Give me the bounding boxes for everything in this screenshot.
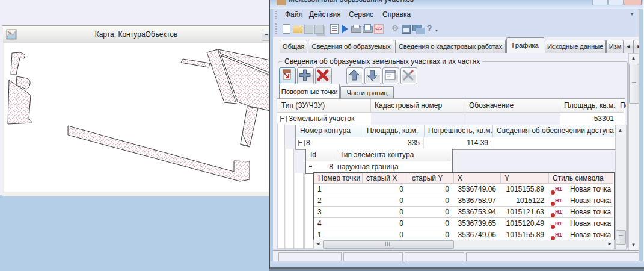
hscroll-right-arrow[interactable]: ► <box>606 240 614 248</box>
print-icon[interactable] <box>351 26 361 33</box>
points-hscrollbar[interactable]: ◄ ► <box>313 240 615 249</box>
contours-vscroll-thumb[interactable] <box>616 230 626 245</box>
points-cell-y: 1015155.89 <box>500 229 548 240</box>
contours-col-number[interactable]: Номер контура <box>296 125 363 137</box>
contours-col-tolerance[interactable]: Погрешность, кв.м. <box>424 125 493 137</box>
toolbar-grip[interactable] <box>275 23 277 34</box>
status-cell-2 <box>343 252 403 261</box>
contours-table: Номер контура Площадь, кв.м. Погрешность… <box>295 125 616 150</box>
data-exchange-icon[interactable] <box>412 25 422 31</box>
subtab-border-parts[interactable]: Части границ <box>340 86 394 98</box>
menu-grip[interactable] <box>275 11 277 19</box>
parcels-row-designation <box>465 113 560 125</box>
parcels-row-expander[interactable] <box>280 116 287 122</box>
menu-overflow-icon[interactable]: ▾ <box>631 11 637 17</box>
hscroll-left-arrow[interactable]: ◄ <box>314 240 322 248</box>
window-left-glass <box>270 9 273 261</box>
points-cell-n: 2 <box>314 195 361 206</box>
add-plus-icon <box>298 68 312 83</box>
page-vscroll-down-arrow[interactable]: ▼ <box>629 240 638 250</box>
point-style-icon: Н1 <box>551 199 562 206</box>
move-up-button[interactable] <box>346 67 363 84</box>
main-window[interactable]: Межевой план образования участков Файл Д… <box>269 0 644 269</box>
contours-vscroll-up-arrow[interactable]: ▲ <box>616 126 625 135</box>
parcels-col-type[interactable]: Тип (ЗУ/ЧЗУ) <box>277 99 371 112</box>
minimize-button[interactable] <box>592 0 608 5</box>
points-col-number[interactable]: Номер точки <box>314 173 363 183</box>
plan-check-icon[interactable] <box>330 24 339 34</box>
map-client[interactable] <box>4 43 269 192</box>
parcels-col-cadnum[interactable]: Кадастровый номер <box>370 99 465 112</box>
tab-scroll-left-button[interactable]: ◄ <box>623 40 634 54</box>
contours-col-area[interactable]: Площадь, кв.м. <box>363 125 425 137</box>
points-cell-old_x: 0 <box>362 184 407 195</box>
points-col-oldy[interactable]: старый Y <box>408 173 454 183</box>
menu-actions[interactable]: Действия <box>305 9 345 20</box>
points-col-style[interactable]: Стиль символа <box>548 173 617 183</box>
menu-help[interactable]: Справка <box>378 9 415 20</box>
points-row[interactable]: 1003536749.061015155.89Н1Новая точка <box>314 184 613 195</box>
parcels-col-cut[interactable]: По <box>618 99 626 112</box>
parcels-col-designation[interactable]: Обозначение <box>465 99 560 112</box>
points-cell-x: 3536749.06 <box>453 229 500 240</box>
print-preview-icon[interactable] <box>363 26 373 33</box>
points-cell-y: 1015155.89 <box>500 184 548 195</box>
open-icon[interactable] <box>293 26 302 33</box>
page-vscroll-up-arrow[interactable]: ▲ <box>629 54 638 63</box>
points-col-x[interactable]: X <box>453 173 501 183</box>
new-document-icon[interactable] <box>283 24 290 34</box>
page-vscroll-thumb[interactable] <box>629 64 639 104</box>
map-titlebar[interactable]: Карта: КонтураОбъектов – <box>3 26 269 43</box>
menu-file[interactable]: Файл <box>281 9 307 20</box>
tab-changed[interactable]: Изм <box>606 40 624 53</box>
maximize-button[interactable] <box>608 0 624 5</box>
xml-code-icon[interactable]: </> <box>374 24 384 34</box>
elements-row[interactable]: 8 наружная граница <box>306 161 451 173</box>
move-down-button[interactable] <box>364 67 381 84</box>
tab-source-data[interactable]: Исходные данные <box>545 40 606 53</box>
subtab-turning-points[interactable]: Поворотные точки <box>279 84 340 98</box>
settings-gear-icon[interactable]: ⚙ <box>391 24 399 33</box>
delete-button[interactable] <box>315 67 332 84</box>
parcels-col-area[interactable]: Площадь, кв.м. <box>560 99 618 112</box>
status-cell-1 <box>278 252 342 261</box>
tab-cadastral-works[interactable]: Сведения о кадастровых работах <box>395 40 506 53</box>
contours-row-expander[interactable] <box>298 140 305 146</box>
subtab-strip: Поворотные точки Части границ <box>278 83 625 98</box>
elements-row-expander[interactable] <box>308 164 314 170</box>
points-col-y[interactable]: Y <box>500 173 549 183</box>
contours-vscrollbar[interactable]: ▲ <box>615 125 627 249</box>
save-icon[interactable] <box>304 25 313 34</box>
points-row[interactable]: 4003536739.651015120.49Н1Новая точка <box>314 218 613 229</box>
help-icon[interactable]: ? <box>426 23 433 33</box>
toolbar-overflow-icon[interactable]: ▾ <box>435 28 441 34</box>
export-document-button[interactable] <box>279 67 296 84</box>
elements-col-type[interactable]: Тип элемента контура <box>336 149 454 161</box>
tab-formed-info[interactable]: Сведения об образуемых <box>308 40 394 53</box>
points-row[interactable]: 3003536753.941015121.63Н1Новая точка <box>314 207 613 218</box>
points-row[interactable]: 2003536758.971015122Н1Новая точка <box>314 195 613 207</box>
parcels-row[interactable]: Земельный участок 53301 <box>277 113 624 125</box>
contours-row[interactable]: 8 335 114.39 <box>296 137 614 149</box>
run-icon[interactable] <box>342 25 348 33</box>
add-button[interactable] <box>297 67 314 84</box>
form-view-icon <box>383 68 397 83</box>
close-button[interactable] <box>624 0 642 5</box>
map-contours <box>4 43 269 192</box>
save-settings-icon[interactable] <box>402 25 411 34</box>
contours-col-access[interactable]: Сведения об обеспечении доступа <box>492 125 617 137</box>
save-all-icon[interactable] <box>314 25 324 34</box>
points-cell-style: Н1Новая точка <box>548 229 613 240</box>
elements-header: Id Тип элемента контура <box>306 149 451 161</box>
point-style-icon: Н1 <box>551 187 562 195</box>
hscroll-thumb[interactable] <box>323 240 454 249</box>
points-col-oldx[interactable]: старый X <box>362 173 408 183</box>
edit-tools-button[interactable] <box>400 67 417 84</box>
tab-common[interactable]: Общая <box>280 40 307 53</box>
main-titlebar[interactable]: Межевой план образования участков <box>270 0 644 9</box>
map-window[interactable]: Карта: КонтураОбъектов – <box>2 25 271 196</box>
menu-service[interactable]: Сервис <box>345 9 378 20</box>
form-view-button[interactable] <box>382 67 399 84</box>
tab-graphics[interactable]: Графика <box>506 37 544 53</box>
elements-col-id[interactable]: Id <box>306 149 336 161</box>
